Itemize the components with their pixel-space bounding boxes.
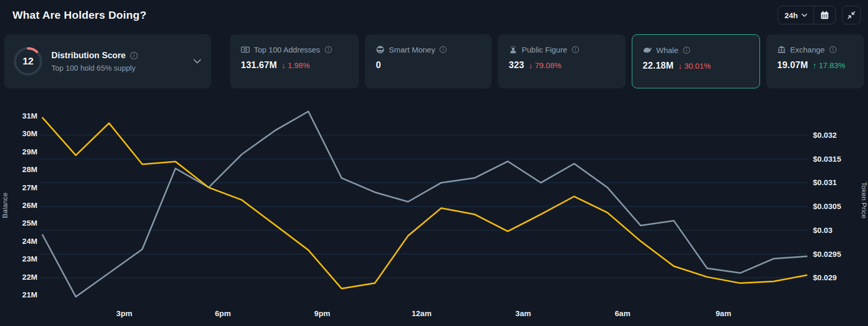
stat-label: Top 100 Addresses [254,45,320,54]
chevron-down-icon[interactable] [193,59,201,64]
stat-card-whale[interactable]: Whale 22.18M ↓ 30.01% [632,34,760,88]
right-axis-tick: $0.03 [813,226,833,234]
x-axis-tick: 9pm [314,309,330,318]
holders-chart[interactable]: 31M30M29M28M27M26M25M24M23M22M21M$0.032$… [0,96,868,326]
x-axis-tick: 3pm [116,309,132,318]
stat-card-public-figure[interactable]: Public Figure 323 ↓ 79.08% [498,34,626,88]
left-axis-tick: 31M [22,111,37,120]
public-figure-icon [509,45,518,54]
timeframe-label: 24h [784,11,798,20]
stat-value: 0 [376,60,381,71]
whale-icon [643,45,652,55]
collapse-button[interactable] [842,6,861,24]
panel-header: What Are Holders Doing? 24h [0,0,868,29]
stat-value: 131.67M [241,60,277,71]
balance-price-chart: 31M30M29M28M27M26M25M24M23M22M21M$0.032$… [0,96,868,326]
right-axis-title: Token Price [860,182,868,219]
calendar-button[interactable] [814,6,835,24]
distribution-score-subtitle: Top 100 hold 65% supply [51,64,138,72]
smart-money-icon [376,45,385,54]
timeframe-button[interactable]: 24h [778,6,813,24]
calendar-icon [820,10,830,20]
stat-card-smart-money[interactable]: Smart Money 0 [365,34,492,88]
left-axis-tick: 21M [22,290,37,299]
left-axis-tick: 23M [22,254,37,263]
right-axis-tick: $0.029 [813,273,837,282]
distribution-score-card[interactable]: 12 Distribution Score Top 100 hold 65% s… [4,34,211,88]
stat-label: Whale [656,46,679,55]
right-axis-tick: $0.032 [813,131,837,139]
holders-panel: What Are Holders Doing? 24h [0,0,868,326]
info-icon[interactable] [439,46,447,54]
stat-change: ↓ 1.98% [282,61,310,70]
bank-icon [777,45,786,54]
left-axis-tick: 24M [22,237,37,245]
x-axis-tick: 9am [716,309,731,318]
info-icon[interactable] [572,46,579,54]
stat-label: Smart Money [389,45,435,54]
info-icon[interactable] [130,51,138,60]
right-axis-tick: $0.0315 [813,154,841,163]
stat-label: Exchange [790,45,825,54]
left-axis-title: Balance [1,193,9,218]
stat-value: 323 [509,60,524,71]
stat-card-exchange[interactable]: Exchange 19.07M ↑ 17.83% [766,34,864,88]
header-controls: 24h [778,6,861,24]
collapse-icon [847,10,856,20]
right-axis-tick: $0.0305 [813,202,841,211]
balance-line[interactable] [43,118,807,289]
left-axis-tick: 28M [22,165,37,174]
x-axis-tick: 3am [516,309,531,318]
stat-change: ↑ 17.83% [813,61,846,70]
x-axis-tick: 6pm [215,309,231,318]
left-axis-tick: 27M [22,183,37,192]
x-axis-tick: 12am [412,309,431,318]
caret-down-icon [802,14,807,17]
banknote-icon [241,45,250,54]
distribution-score-title: Distribution Score [51,50,126,60]
left-axis-tick: 29M [22,147,37,156]
stat-change: ↓ 30.01% [679,61,711,70]
info-icon[interactable] [829,46,837,54]
right-axis-tick: $0.031 [813,178,837,187]
x-axis-tick: 6am [615,309,630,318]
stat-cards-row: 12 Distribution Score Top 100 hold 65% s… [0,34,868,88]
info-icon[interactable] [324,46,332,54]
distribution-score-gauge: 12 [13,46,43,76]
left-axis-tick: 22M [22,272,37,281]
info-icon[interactable] [683,46,690,54]
price-line[interactable] [43,111,807,297]
left-axis-tick: 30M [22,129,37,138]
left-axis-tick: 26M [22,201,37,210]
stat-card-top-100-addresses[interactable]: Top 100 Addresses 131.67M ↓ 1.98% [230,34,359,88]
right-axis-tick: $0.0295 [813,250,841,258]
distribution-score-value: 12 [13,46,43,76]
stat-label: Public Figure [522,45,567,54]
left-axis-tick: 25M [22,218,37,227]
stat-value: 22.18M [643,60,674,71]
timeframe-group: 24h [778,6,836,24]
stat-value: 19.07M [777,60,808,71]
stat-change: ↓ 79.08% [529,61,562,70]
page-title: What Are Holders Doing? [12,9,146,21]
